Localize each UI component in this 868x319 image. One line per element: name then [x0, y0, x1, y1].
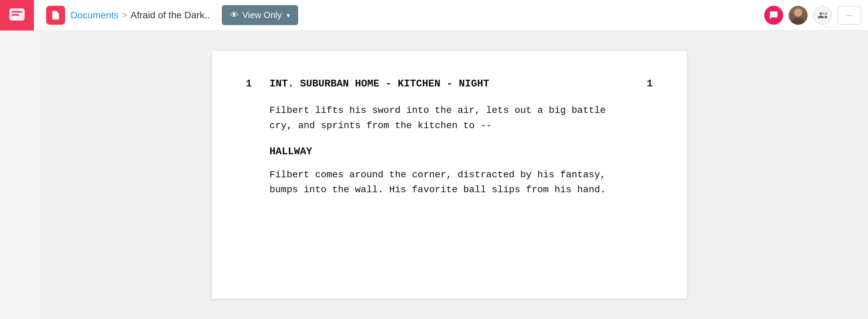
- scene-number-right: 1: [639, 78, 653, 89]
- svg-point-7: [794, 8, 802, 17]
- breadcrumb-separator: >: [122, 10, 127, 20]
- doc-icon: [51, 10, 61, 20]
- svg-point-8: [792, 18, 804, 25]
- right-panel: [858, 31, 868, 319]
- breadcrumb-documents-link[interactable]: Documents: [71, 10, 119, 21]
- main-content: 1 INT. SUBURBAN HOME - KITCHEN - NIGHT 1…: [0, 31, 868, 319]
- person-silhouette: [789, 6, 808, 25]
- more-dots-icon: ···: [846, 11, 853, 19]
- comment-icon: [769, 10, 779, 20]
- sidebar: [0, 31, 41, 319]
- action-text-2: Filbert comes around the corner, distrac…: [270, 170, 606, 195]
- document-area: 1 INT. SUBURBAN HOME - KITCHEN - NIGHT 1…: [41, 31, 858, 319]
- more-options-button[interactable]: ···: [837, 6, 861, 25]
- add-person-icon: [817, 10, 828, 20]
- scene-heading-row: 1 INT. SUBURBAN HOME - KITCHEN - NIGHT 1: [246, 78, 653, 89]
- header-right-actions: ···: [764, 6, 861, 25]
- user-avatar[interactable]: [789, 6, 808, 25]
- add-collaborator-button[interactable]: [813, 6, 832, 25]
- breadcrumb-current-doc: Afraid of the Dark..: [131, 10, 210, 21]
- app-logo[interactable]: [0, 0, 34, 31]
- chat-icon: [8, 6, 26, 24]
- svg-rect-1: [12, 11, 22, 13]
- subheading: HALLWAY: [246, 146, 653, 157]
- action-text-1: Filbert lifts his sword into the air, le…: [270, 105, 606, 131]
- scene-number-left: 1: [246, 78, 259, 89]
- eye-icon: 👁: [230, 10, 239, 20]
- view-only-label: View Only: [242, 10, 282, 20]
- action-paragraph-2: Filbert comes around the corner, distrac…: [246, 167, 653, 198]
- comment-avatar[interactable]: [764, 6, 783, 25]
- header: Documents > Afraid of the Dark.. 👁 View …: [0, 0, 868, 31]
- svg-rect-2: [12, 14, 19, 16]
- action-paragraph-1: Filbert lifts his sword into the air, le…: [246, 103, 653, 134]
- chevron-down-icon: ▾: [287, 11, 290, 19]
- script-page: 1 INT. SUBURBAN HOME - KITCHEN - NIGHT 1…: [212, 51, 687, 299]
- breadcrumb: Documents > Afraid of the Dark..: [71, 10, 210, 21]
- scene-heading-text: INT. SUBURBAN HOME - KITCHEN - NIGHT: [259, 78, 639, 89]
- document-icon-button[interactable]: [46, 6, 65, 25]
- view-only-button[interactable]: 👁 View Only ▾: [222, 5, 298, 25]
